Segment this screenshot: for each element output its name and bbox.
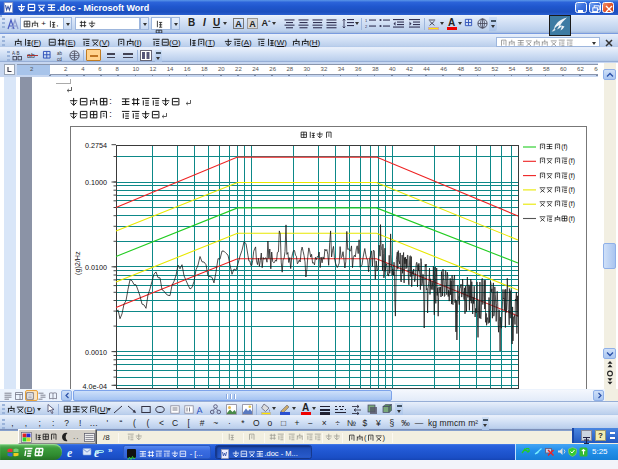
svg-text:A: A	[196, 405, 203, 415]
svg-text:2: 2	[365, 24, 368, 29]
svg-text:ab: ab	[57, 51, 63, 56]
svg-text:1: 1	[365, 18, 368, 23]
svg-text:cd: cd	[57, 57, 62, 62]
svg-text:A·B: A·B	[12, 51, 20, 56]
